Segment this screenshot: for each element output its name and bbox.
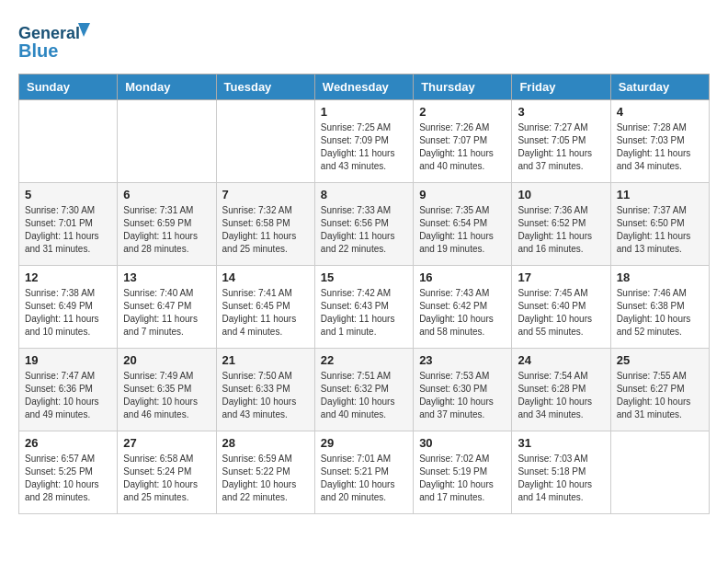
- calendar-cell: [19, 100, 118, 183]
- day-number: 16: [419, 270, 506, 284]
- day-info: Sunrise: 7:33 AM Sunset: 6:56 PM Dayligh…: [321, 204, 407, 256]
- calendar-cell: 17Sunrise: 7:45 AM Sunset: 6:40 PM Dayli…: [512, 266, 610, 349]
- day-number: 25: [617, 353, 703, 367]
- calendar-cell: [118, 100, 216, 183]
- weekday-header-sunday: Sunday: [19, 75, 118, 100]
- week-row-4: 19Sunrise: 7:47 AM Sunset: 6:36 PM Dayli…: [19, 349, 710, 431]
- day-number: 28: [222, 436, 309, 450]
- calendar-cell: [216, 100, 314, 183]
- calendar-cell: 5Sunrise: 7:30 AM Sunset: 7:01 PM Daylig…: [19, 183, 118, 266]
- calendar-cell: 1Sunrise: 7:25 AM Sunset: 7:09 PM Daylig…: [314, 100, 413, 183]
- calendar-cell: 2Sunrise: 7:26 AM Sunset: 7:07 PM Daylig…: [414, 100, 512, 183]
- calendar-cell: 6Sunrise: 7:31 AM Sunset: 6:59 PM Daylig…: [118, 183, 216, 266]
- day-info: Sunrise: 7:28 AM Sunset: 7:03 PM Dayligh…: [617, 121, 703, 173]
- weekday-header-thursday: Thursday: [414, 75, 512, 100]
- day-info: Sunrise: 7:35 AM Sunset: 6:54 PM Dayligh…: [419, 204, 506, 256]
- day-info: Sunrise: 7:32 AM Sunset: 6:58 PM Dayligh…: [222, 204, 309, 256]
- day-number: 29: [321, 436, 407, 450]
- day-number: 17: [518, 270, 604, 284]
- day-info: Sunrise: 7:03 AM Sunset: 5:18 PM Dayligh…: [518, 453, 604, 504]
- calendar-cell: 15Sunrise: 7:42 AM Sunset: 6:43 PM Dayli…: [314, 266, 413, 349]
- calendar-cell: 10Sunrise: 7:36 AM Sunset: 6:52 PM Dayli…: [512, 183, 610, 266]
- day-info: Sunrise: 7:42 AM Sunset: 6:43 PM Dayligh…: [321, 287, 407, 339]
- day-number: 7: [222, 188, 309, 201]
- day-number: 18: [617, 270, 703, 284]
- calendar-cell: 23Sunrise: 7:53 AM Sunset: 6:30 PM Dayli…: [414, 349, 512, 431]
- weekday-header-saturday: Saturday: [610, 75, 709, 100]
- day-info: Sunrise: 7:49 AM Sunset: 6:35 PM Dayligh…: [123, 370, 210, 421]
- day-number: 14: [222, 270, 309, 284]
- day-number: 9: [419, 188, 506, 201]
- calendar-cell: 26Sunrise: 6:57 AM Sunset: 5:25 PM Dayli…: [19, 431, 118, 514]
- day-info: Sunrise: 7:47 AM Sunset: 6:36 PM Dayligh…: [25, 370, 111, 421]
- calendar-cell: 7Sunrise: 7:32 AM Sunset: 6:58 PM Daylig…: [216, 183, 314, 266]
- svg-text:General: General: [18, 24, 80, 42]
- day-info: Sunrise: 7:45 AM Sunset: 6:40 PM Dayligh…: [518, 287, 604, 339]
- calendar-cell: 30Sunrise: 7:02 AM Sunset: 5:19 PM Dayli…: [414, 431, 512, 514]
- day-info: Sunrise: 7:30 AM Sunset: 7:01 PM Dayligh…: [25, 204, 111, 256]
- day-info: Sunrise: 7:54 AM Sunset: 6:28 PM Dayligh…: [518, 370, 604, 421]
- day-info: Sunrise: 7:41 AM Sunset: 6:45 PM Dayligh…: [222, 287, 309, 339]
- day-info: Sunrise: 7:37 AM Sunset: 6:50 PM Dayligh…: [617, 204, 703, 256]
- calendar-cell: 9Sunrise: 7:35 AM Sunset: 6:54 PM Daylig…: [414, 183, 512, 266]
- weekday-header-tuesday: Tuesday: [216, 75, 314, 100]
- calendar-header: SundayMondayTuesdayWednesdayThursdayFrid…: [19, 75, 710, 100]
- week-row-1: 1Sunrise: 7:25 AM Sunset: 7:09 PM Daylig…: [19, 100, 710, 183]
- page: GeneralBlue SundayMondayTuesdayWednesday…: [0, 0, 728, 533]
- day-info: Sunrise: 7:43 AM Sunset: 6:42 PM Dayligh…: [419, 287, 506, 339]
- svg-text:Blue: Blue: [18, 40, 58, 61]
- week-row-2: 5Sunrise: 7:30 AM Sunset: 7:01 PM Daylig…: [19, 183, 710, 266]
- calendar-cell: 22Sunrise: 7:51 AM Sunset: 6:32 PM Dayli…: [314, 349, 413, 431]
- calendar-cell: 25Sunrise: 7:55 AM Sunset: 6:27 PM Dayli…: [610, 349, 709, 431]
- weekday-header-monday: Monday: [118, 75, 216, 100]
- calendar-cell: 29Sunrise: 7:01 AM Sunset: 5:21 PM Dayli…: [314, 431, 413, 514]
- calendar-cell: 24Sunrise: 7:54 AM Sunset: 6:28 PM Dayli…: [512, 349, 610, 431]
- calendar-cell: 8Sunrise: 7:33 AM Sunset: 6:56 PM Daylig…: [314, 183, 413, 266]
- day-info: Sunrise: 7:36 AM Sunset: 6:52 PM Dayligh…: [518, 204, 604, 256]
- day-number: 22: [321, 353, 407, 367]
- day-number: 24: [518, 353, 604, 367]
- calendar-cell: 19Sunrise: 7:47 AM Sunset: 6:36 PM Dayli…: [19, 349, 118, 431]
- day-info: Sunrise: 7:55 AM Sunset: 6:27 PM Dayligh…: [617, 370, 703, 421]
- calendar-cell: 21Sunrise: 7:50 AM Sunset: 6:33 PM Dayli…: [216, 349, 314, 431]
- day-number: 3: [518, 105, 604, 119]
- day-number: 13: [123, 270, 210, 284]
- week-row-5: 26Sunrise: 6:57 AM Sunset: 5:25 PM Dayli…: [19, 431, 710, 514]
- calendar-cell: 4Sunrise: 7:28 AM Sunset: 7:03 PM Daylig…: [610, 100, 709, 183]
- day-info: Sunrise: 6:59 AM Sunset: 5:22 PM Dayligh…: [222, 453, 309, 504]
- day-number: 31: [518, 436, 604, 450]
- day-info: Sunrise: 7:01 AM Sunset: 5:21 PM Dayligh…: [321, 453, 407, 504]
- calendar-cell: 31Sunrise: 7:03 AM Sunset: 5:18 PM Dayli…: [512, 431, 610, 514]
- day-number: 27: [123, 436, 210, 450]
- day-number: 12: [25, 270, 111, 284]
- day-number: 20: [123, 353, 210, 367]
- day-number: 2: [419, 105, 506, 119]
- day-number: 19: [25, 353, 111, 367]
- day-number: 26: [25, 436, 111, 450]
- logo-icon: GeneralBlue: [18, 18, 92, 64]
- day-info: Sunrise: 7:26 AM Sunset: 7:07 PM Dayligh…: [419, 121, 506, 173]
- day-number: 10: [518, 188, 604, 201]
- calendar-cell: 20Sunrise: 7:49 AM Sunset: 6:35 PM Dayli…: [118, 349, 216, 431]
- header: GeneralBlue: [18, 18, 710, 64]
- weekday-row: SundayMondayTuesdayWednesdayThursdayFrid…: [19, 75, 710, 100]
- calendar-cell: 28Sunrise: 6:59 AM Sunset: 5:22 PM Dayli…: [216, 431, 314, 514]
- day-info: Sunrise: 7:53 AM Sunset: 6:30 PM Dayligh…: [419, 370, 506, 421]
- day-info: Sunrise: 7:40 AM Sunset: 6:47 PM Dayligh…: [123, 287, 210, 339]
- calendar-cell: 11Sunrise: 7:37 AM Sunset: 6:50 PM Dayli…: [610, 183, 709, 266]
- day-info: Sunrise: 7:38 AM Sunset: 6:49 PM Dayligh…: [25, 287, 111, 339]
- day-info: Sunrise: 7:50 AM Sunset: 6:33 PM Dayligh…: [222, 370, 309, 421]
- calendar: SundayMondayTuesdayWednesdayThursdayFrid…: [18, 74, 710, 514]
- day-info: Sunrise: 7:31 AM Sunset: 6:59 PM Dayligh…: [123, 204, 210, 256]
- day-info: Sunrise: 7:02 AM Sunset: 5:19 PM Dayligh…: [419, 453, 506, 504]
- week-row-3: 12Sunrise: 7:38 AM Sunset: 6:49 PM Dayli…: [19, 266, 710, 349]
- weekday-header-wednesday: Wednesday: [314, 75, 413, 100]
- day-number: 5: [25, 188, 111, 201]
- weekday-header-friday: Friday: [512, 75, 610, 100]
- day-number: 1: [321, 105, 407, 119]
- calendar-cell: 13Sunrise: 7:40 AM Sunset: 6:47 PM Dayli…: [118, 266, 216, 349]
- day-number: 11: [617, 188, 703, 201]
- day-info: Sunrise: 6:57 AM Sunset: 5:25 PM Dayligh…: [25, 453, 111, 504]
- calendar-cell: 18Sunrise: 7:46 AM Sunset: 6:38 PM Dayli…: [610, 266, 709, 349]
- day-number: 15: [321, 270, 407, 284]
